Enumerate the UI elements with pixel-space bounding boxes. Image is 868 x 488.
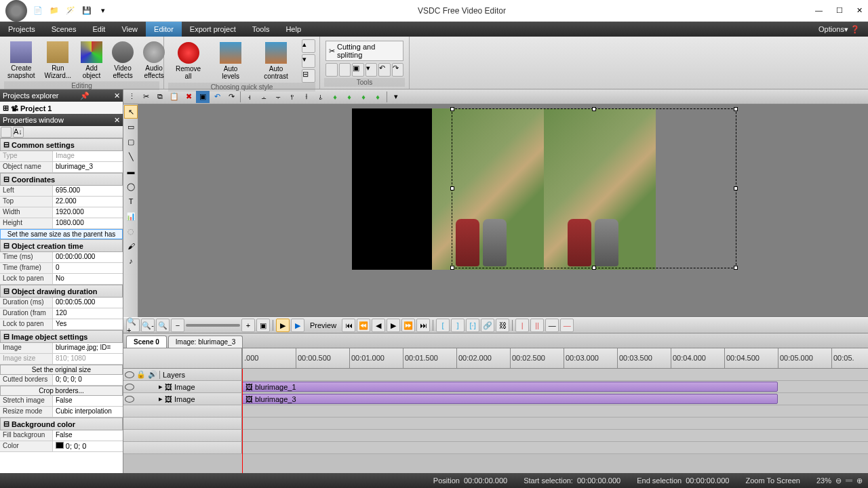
copy-icon[interactable]: ⧉ bbox=[153, 91, 167, 103]
new-icon[interactable]: 📄 bbox=[33, 5, 43, 16]
style-down-button[interactable]: ▾ bbox=[302, 54, 315, 68]
tool-1-button[interactable] bbox=[326, 63, 338, 77]
goto-end-icon[interactable]: ⏭ bbox=[416, 319, 430, 332]
align-right-icon[interactable]: ⫟ bbox=[271, 91, 285, 103]
tb-more-icon[interactable]: ▾ bbox=[389, 91, 403, 103]
menu-options[interactable]: Options ▾ ❓ bbox=[810, 22, 868, 37]
tool-2-button[interactable] bbox=[339, 63, 351, 77]
run-wizard-button[interactable]: Run Wizard... bbox=[41, 39, 75, 81]
audio-tool[interactable]: ♪ bbox=[124, 254, 138, 268]
redo-icon[interactable]: ↷ bbox=[224, 91, 238, 103]
distribute-2-icon[interactable]: ♦ bbox=[342, 91, 356, 103]
open-icon[interactable]: 📁 bbox=[49, 5, 60, 16]
create-snapshot-button[interactable]: Create snapshot bbox=[4, 39, 39, 81]
tb-btn-1[interactable]: ⋮ bbox=[125, 91, 138, 103]
shape-tool[interactable]: ▬ bbox=[124, 165, 138, 178]
duration-frame-input[interactable]: 120 bbox=[53, 308, 123, 319]
resize-handle-e[interactable] bbox=[734, 186, 738, 190]
tab-scene[interactable]: Scene 0 bbox=[126, 336, 167, 348]
chart-tool[interactable]: 📊 bbox=[124, 209, 138, 223]
auto-levels-button[interactable]: Auto levels bbox=[211, 39, 250, 83]
prop-sort-button[interactable]: A↓ bbox=[13, 127, 24, 138]
close-properties-icon[interactable]: ✕ bbox=[114, 116, 120, 125]
eye-icon[interactable] bbox=[125, 371, 134, 378]
expand-icon[interactable]: ▸ bbox=[159, 394, 163, 403]
screen-icon[interactable]: ▣ bbox=[196, 91, 210, 103]
time-ms-input[interactable]: 00:00:00.000 bbox=[53, 252, 123, 262]
image-input[interactable]: blurimage.jpg; ID= bbox=[53, 343, 123, 353]
play-mode-icon[interactable]: ▶ bbox=[276, 319, 290, 332]
wand-icon[interactable]: 🪄 bbox=[65, 5, 76, 16]
align-left-icon[interactable]: ⫞ bbox=[243, 91, 256, 103]
text-tool[interactable]: T bbox=[124, 195, 138, 208]
stretch-input[interactable]: False bbox=[53, 396, 123, 406]
link-icon[interactable]: 🔗 bbox=[481, 319, 494, 332]
cutting-splitting-button[interactable]: ✂Cutting and splitting bbox=[326, 41, 403, 61]
object-name-input[interactable]: blurimage_3 bbox=[53, 162, 123, 172]
rotate-cw-button[interactable]: ↷ bbox=[392, 63, 404, 77]
rotate-ccw-button[interactable]: ↶ bbox=[378, 63, 391, 77]
set-same-size-button[interactable]: Set the same size as the parent has bbox=[0, 229, 123, 239]
coordinates-group[interactable]: ⊟Coordinates bbox=[0, 173, 123, 186]
cutted-borders-input[interactable]: 0; 0; 0; 0 bbox=[53, 375, 123, 385]
minimize-button[interactable]: — bbox=[815, 6, 823, 15]
close-button[interactable]: ✕ bbox=[856, 6, 863, 15]
background-color-group[interactable]: ⊟Background color bbox=[0, 418, 123, 430]
menu-tools[interactable]: Tools bbox=[244, 22, 278, 37]
range-icon[interactable]: [·] bbox=[466, 319, 479, 332]
auto-contrast-button[interactable]: Auto contrast bbox=[253, 39, 299, 83]
timeline-row-2[interactable]: ▸🖼Image 🖼blurimage_3 bbox=[123, 393, 868, 405]
resize-handle-ne[interactable] bbox=[734, 107, 738, 111]
zoom-out-status-icon[interactable]: ⊖ bbox=[835, 476, 842, 485]
remove-all-button[interactable]: Remove all bbox=[168, 39, 208, 83]
project-tree-item[interactable]: ⊞📽Project 1 bbox=[1, 103, 121, 113]
zoom-in-icon[interactable]: 🔍+ bbox=[126, 319, 140, 332]
add-object-button[interactable]: Add object bbox=[77, 39, 106, 81]
crop-tool-button[interactable]: ▣ bbox=[352, 63, 364, 77]
marker-2-icon[interactable]: — bbox=[560, 319, 574, 332]
split-1-icon[interactable]: | bbox=[515, 319, 529, 332]
maximize-button[interactable]: ☐ bbox=[836, 6, 843, 15]
unlink-icon[interactable]: ⛓ bbox=[496, 319, 509, 332]
zoom-status-slider[interactable] bbox=[846, 479, 852, 482]
menu-export[interactable]: Export project bbox=[182, 22, 244, 37]
playhead[interactable] bbox=[242, 369, 243, 474]
play-icon[interactable]: ▶ bbox=[291, 319, 304, 332]
line-tool[interactable]: ╲ bbox=[124, 150, 138, 163]
creation-time-group[interactable]: ⊟Object creation time bbox=[0, 239, 123, 252]
lock-parent-2-input[interactable]: Yes bbox=[53, 319, 123, 329]
next-frame-icon[interactable]: ⏩ bbox=[401, 319, 415, 332]
zoom-out-icon[interactable]: 🔍- bbox=[141, 319, 155, 332]
menu-view[interactable]: View bbox=[113, 22, 146, 37]
common-settings-group[interactable]: ⊟Common settings bbox=[0, 138, 123, 151]
prop-categorize-button[interactable] bbox=[1, 127, 12, 138]
zoom-minus-button[interactable]: − bbox=[171, 319, 184, 332]
ellipse-tool[interactable]: ◯ bbox=[124, 180, 138, 193]
dropdown-icon[interactable]: ▾ bbox=[98, 5, 108, 16]
menu-edit[interactable]: Edit bbox=[84, 22, 113, 37]
undo-icon[interactable]: ↶ bbox=[210, 91, 224, 103]
paste-icon[interactable]: 📋 bbox=[167, 91, 181, 103]
zoom-fit-icon[interactable]: 🔍 bbox=[156, 319, 170, 332]
resize-handle-nw[interactable] bbox=[450, 107, 454, 111]
cut-icon[interactable]: ✂ bbox=[139, 91, 153, 103]
prev-frame-icon[interactable]: ⏪ bbox=[357, 319, 370, 332]
align-bottom-icon[interactable]: ⫰ bbox=[314, 91, 328, 103]
menu-scenes[interactable]: Scenes bbox=[43, 22, 85, 37]
lock-parent-1-input[interactable]: No bbox=[53, 274, 123, 284]
timeline-ruler[interactable]: .00000:00.50000:01.00000:01.50000:02.000… bbox=[123, 348, 868, 369]
distribute-4-icon[interactable]: ♦ bbox=[371, 91, 384, 103]
height-input[interactable]: 1080.000 bbox=[53, 218, 123, 228]
rect-select-tool[interactable]: ▢ bbox=[124, 135, 138, 148]
selection-box[interactable] bbox=[452, 108, 736, 268]
expand-icon[interactable]: ▸ bbox=[159, 382, 163, 391]
width-input[interactable]: 1920.000 bbox=[53, 207, 123, 218]
preview-label[interactable]: Preview bbox=[306, 321, 340, 329]
resize-mode-input[interactable]: Cubic interpolation bbox=[53, 407, 123, 417]
save-icon[interactable]: 💾 bbox=[81, 5, 92, 16]
tool-4-button[interactable]: ▾ bbox=[366, 63, 378, 77]
align-top-icon[interactable]: ⫯ bbox=[285, 91, 299, 103]
resize-handle-sw[interactable] bbox=[450, 266, 454, 270]
align-center-v-icon[interactable]: ⫲ bbox=[300, 91, 313, 103]
menu-editor[interactable]: Editor bbox=[146, 22, 182, 37]
